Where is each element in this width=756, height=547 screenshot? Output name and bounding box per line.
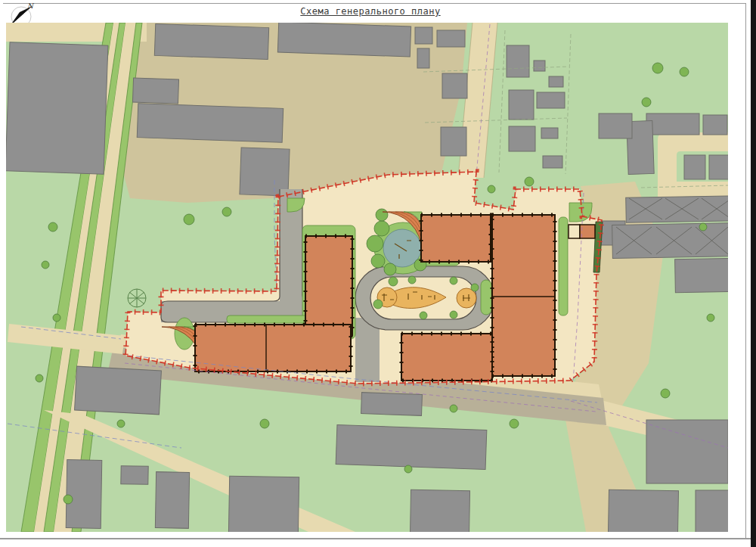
north-label: N bbox=[27, 2, 35, 10]
building-east-slab bbox=[492, 215, 555, 376]
building-southwest-slab bbox=[195, 325, 351, 371]
tree-symbol bbox=[128, 289, 146, 307]
building-west-slab bbox=[305, 236, 352, 335]
building-north-slab bbox=[421, 215, 491, 262]
road-median bbox=[481, 280, 491, 315]
building-south-slab bbox=[401, 334, 492, 381]
map-canvas: N bbox=[0, 0, 756, 547]
